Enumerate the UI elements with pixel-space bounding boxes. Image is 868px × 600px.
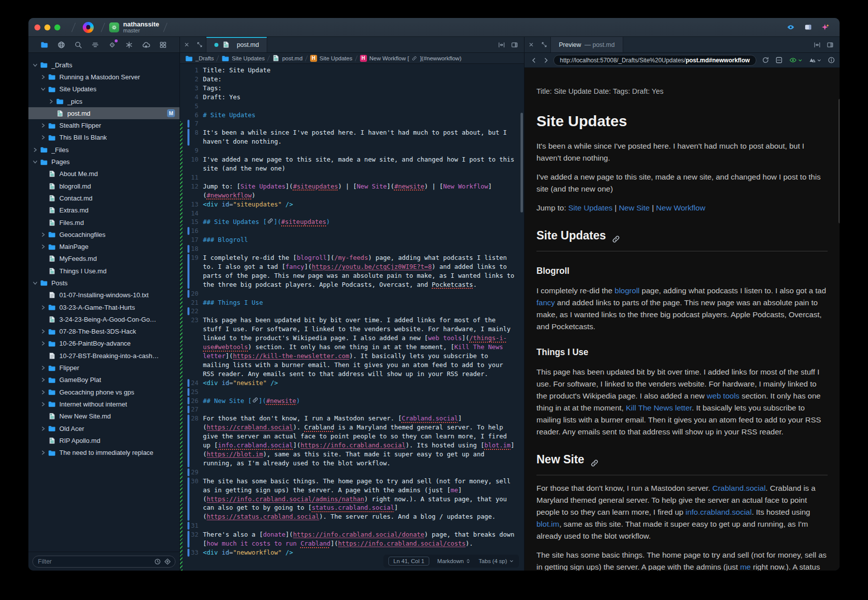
preview-link[interactable]: Site Updates <box>568 203 613 212</box>
chevron-right-icon[interactable] <box>40 123 46 128</box>
tree-item[interactable]: This Bill Is Blank <box>28 132 179 144</box>
zoom-window-button[interactable] <box>54 24 60 30</box>
preview-link[interactable]: blot.im <box>536 520 559 528</box>
tag-filter-icon[interactable] <box>164 558 171 565</box>
tree-item[interactable]: About Me.md <box>28 168 179 180</box>
breadcrumb-item[interactable]: post.md <box>272 54 303 62</box>
tree-item-selected[interactable]: post.mdM <box>28 107 179 119</box>
chevron-down-icon[interactable] <box>40 86 46 92</box>
breadcrumb-item[interactable]: Site Updates <box>221 54 265 62</box>
toolbar-files-button[interactable] <box>37 39 51 51</box>
toolbar-reports-button[interactable] <box>156 39 170 51</box>
tree-item[interactable]: Geocaching phone vs gps <box>28 386 179 398</box>
chevron-right-icon[interactable] <box>40 401 46 407</box>
tree-item[interactable]: Contact.md <box>28 192 179 204</box>
tabs-selector[interactable]: Tabs (4 sp) <box>479 558 514 564</box>
editor-scrollbar[interactable] <box>521 113 523 212</box>
tree-item[interactable]: New New Site.md <box>28 410 179 422</box>
toolbar-extensions-button[interactable] <box>122 39 136 51</box>
tree-item[interactable]: Site Updates <box>28 83 179 95</box>
chevron-right-icon[interactable] <box>40 390 46 395</box>
tree-item[interactable]: The need to immediately replace <box>28 447 179 459</box>
split-panel-icon[interactable] <box>827 41 834 48</box>
tree-item[interactable]: _Files <box>28 144 179 156</box>
breadcrumb-item[interactable]: _Drafts <box>185 54 214 62</box>
preview-scrollbar[interactable] <box>839 99 840 223</box>
preview-link[interactable]: New Site <box>619 203 650 212</box>
toolbar-issues-button[interactable] <box>105 39 119 51</box>
css-override-button[interactable] <box>786 56 805 64</box>
tree-item[interactable]: Geocachingfiles <box>28 228 179 240</box>
url-field[interactable]: http://localhost:57008/_Drafts/Site%20Up… <box>553 55 756 66</box>
preview-link[interactable]: me <box>740 563 751 571</box>
tree-item[interactable]: blogroll.md <box>28 180 179 192</box>
spark-icon[interactable] <box>821 23 830 31</box>
chevron-right-icon[interactable] <box>40 135 46 140</box>
expand-width-icon[interactable] <box>814 41 821 48</box>
project-title-block[interactable]: nathanssite master <box>123 21 159 33</box>
tree-item[interactable]: Extras.md <box>28 204 179 216</box>
tree-item[interactable]: 07-28-The-Best-3DS-Hack <box>28 326 179 338</box>
tree-item[interactable]: Running a Mastodon Server <box>28 71 179 83</box>
preview-link[interactable]: info.crabland.social <box>686 508 752 516</box>
panel-icon[interactable] <box>804 23 812 31</box>
chevron-right-icon[interactable] <box>40 377 46 383</box>
minimize-window-button[interactable] <box>44 24 50 30</box>
chevron-right-icon[interactable] <box>40 341 46 346</box>
preview-link[interactable]: fancy <box>536 298 555 307</box>
tree-item[interactable]: 03-23-A-Game-That-Hurts <box>28 301 179 313</box>
appearance-button[interactable] <box>806 56 824 64</box>
tab-post-md[interactable]: post.md <box>206 37 267 52</box>
refresh-button[interactable] <box>759 56 772 64</box>
chevron-right-icon[interactable] <box>40 244 46 249</box>
tree-item[interactable]: Flipper <box>28 362 179 374</box>
tree-item[interactable]: 10-27-BST-Breaking-into-a-cash… <box>28 350 179 362</box>
chevron-right-icon[interactable] <box>40 329 46 334</box>
chevron-right-icon[interactable] <box>40 450 46 455</box>
split-panel-icon[interactable] <box>511 41 518 48</box>
forward-button[interactable] <box>541 57 550 64</box>
preview-link[interactable]: Kill The News letter <box>626 403 692 412</box>
inspector-button[interactable] <box>773 56 785 64</box>
chevron-right-icon[interactable] <box>48 99 54 104</box>
code-editor[interactable]: 1Title: Site Update2Date:3Tags:4Draft: Y… <box>180 64 524 571</box>
preview-eye-icon[interactable] <box>786 23 795 31</box>
tree-item[interactable]: GameBoy Plat <box>28 374 179 386</box>
close-split-button[interactable] <box>524 37 537 52</box>
close-window-button[interactable] <box>34 24 40 30</box>
tree-item[interactable]: _pics <box>28 95 179 107</box>
filter-input[interactable]: Filter <box>32 556 175 568</box>
chevron-right-icon[interactable] <box>40 305 46 310</box>
breadcrumb-item[interactable]: HSite Updates <box>310 55 352 62</box>
tree-item[interactable]: Pages <box>28 156 179 168</box>
preview-link[interactable]: blogroll <box>615 286 640 295</box>
resize-split-button[interactable] <box>193 37 206 52</box>
language-selector[interactable]: Markdown <box>437 558 471 564</box>
tree-item[interactable]: MainPage <box>28 240 179 252</box>
tree-item[interactable]: Old Acer <box>28 422 179 434</box>
toolbar-symbols-outline-button[interactable] <box>88 39 102 51</box>
chevron-right-icon[interactable] <box>40 426 46 431</box>
line-col-indicator[interactable]: Ln 41, Col 1 <box>388 557 429 566</box>
tree-item[interactable]: 10-26-PaintBoy-advance <box>28 338 179 350</box>
tree-item[interactable]: 3-24-23-Being-A-Good-Con-Go… <box>28 313 179 325</box>
preview-link[interactable]: New Workflow <box>656 203 705 212</box>
chevron-right-icon[interactable] <box>40 232 46 237</box>
chevron-down-icon[interactable] <box>32 62 38 68</box>
tree-item[interactable]: Files.md <box>28 216 179 228</box>
preview-link[interactable]: Crabland.social <box>712 484 766 492</box>
info-button[interactable] <box>825 56 838 64</box>
tree-item[interactable]: Stealth Flipper <box>28 119 179 131</box>
tree-item[interactable]: RIP Apollo.md <box>28 434 179 446</box>
preview-link[interactable]: web tools <box>707 392 739 400</box>
resize-split-button[interactable] <box>537 37 550 52</box>
expand-width-icon[interactable] <box>498 41 505 48</box>
tree-item[interactable]: Internet without internet <box>28 398 179 410</box>
tree-item[interactable]: _Drafts <box>28 59 179 71</box>
tab-preview[interactable]: Preview — post.md <box>550 37 623 52</box>
chevron-right-icon[interactable] <box>40 74 46 80</box>
tree-item[interactable]: 01-07-Installing-windows-10.txt <box>28 289 179 301</box>
chevron-down-icon[interactable] <box>32 280 38 286</box>
back-button[interactable] <box>529 57 538 64</box>
toolbar-publish-button[interactable] <box>139 39 153 51</box>
